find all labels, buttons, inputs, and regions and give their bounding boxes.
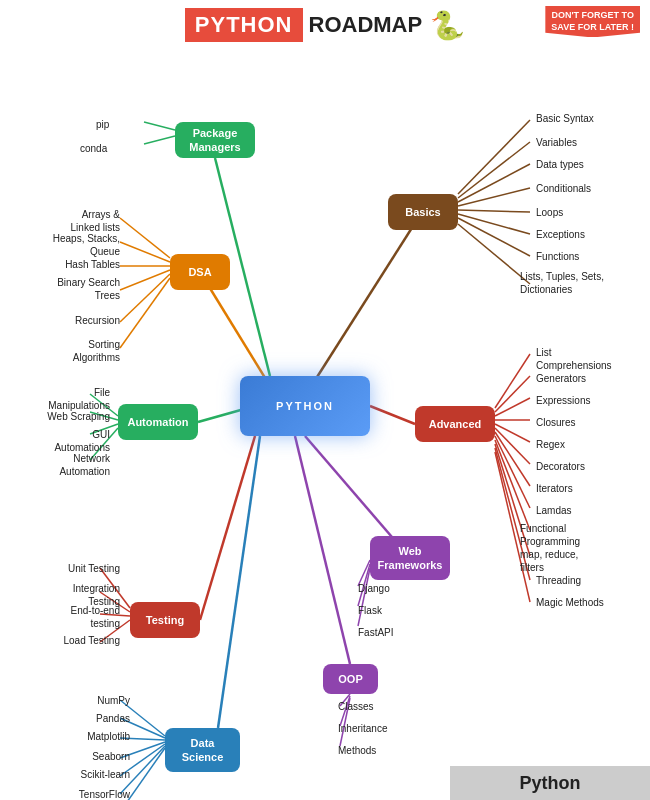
leaf-basic-syntax: Basic Syntax [536, 112, 594, 125]
leaf-data-types: Data types [536, 158, 584, 171]
leaf-methods: Methods [338, 744, 376, 757]
leaf-arrays: Arrays &Linked lists [10, 208, 120, 234]
leaf-hash-tables: Hash Tables [10, 258, 120, 271]
leaf-pip: pip [96, 118, 109, 131]
leaf-iterators: Iterators [536, 482, 573, 495]
python-badge: PYTHON [185, 8, 303, 42]
svg-line-10 [458, 142, 530, 198]
leaf-django: Django [358, 582, 390, 595]
leaf-sklearn: Scikit-learn [10, 768, 130, 781]
node-automation: Automation [118, 404, 198, 440]
svg-line-15 [458, 218, 530, 256]
save-badge: DON'T FORGET TOSAVE FOR LATER ! [545, 6, 640, 37]
node-testing: Testing [130, 602, 200, 638]
leaf-flask: Flask [358, 604, 382, 617]
leaf-variables: Variables [536, 136, 577, 149]
leaf-recursion: Recursion [10, 314, 120, 327]
leaf-sorting: SortingAlgorithms [10, 338, 120, 364]
svg-line-17 [120, 218, 170, 258]
leaf-functional: FunctionalProgramming [520, 522, 635, 548]
leaf-lamdas: Lamdas [536, 504, 572, 517]
svg-line-57 [144, 136, 175, 144]
leaf-conditionals: Conditionals [536, 182, 591, 195]
svg-line-20 [120, 270, 170, 290]
svg-line-27 [495, 354, 530, 408]
leaf-inheritance: Inheritance [338, 722, 387, 735]
svg-line-21 [120, 274, 170, 322]
leaf-functions: Functions [536, 250, 579, 263]
svg-line-31 [495, 424, 530, 442]
leaf-tensorflow: TensorFlow [10, 788, 130, 800]
svg-line-32 [495, 428, 530, 464]
svg-line-28 [495, 376, 530, 412]
svg-line-34 [495, 436, 530, 508]
leaf-e2e-testing: End-to-endtesting [10, 604, 120, 630]
leaf-fastapi: FastAPI [358, 626, 394, 639]
node-web-frameworks: WebFrameworks [370, 536, 450, 580]
svg-line-22 [120, 278, 170, 348]
node-advanced: Advanced [415, 406, 495, 442]
leaf-bst: Binary SearchTrees [10, 276, 120, 302]
leaf-network: NetworkAutomation [10, 452, 110, 478]
leaf-gui: GUIAutomations [10, 428, 110, 454]
svg-line-0 [305, 212, 422, 396]
leaf-loops: Loops [536, 206, 563, 219]
svg-line-9 [458, 120, 530, 194]
node-basics: Basics [388, 194, 458, 230]
leaf-magic: Magic Methods [536, 596, 604, 609]
leaf-numpy: NumPy [10, 694, 130, 707]
leaf-unit-testing: Unit Testing [10, 562, 120, 575]
leaf-threading: Threading [536, 574, 581, 587]
node-dsa: DSA [170, 254, 230, 290]
footer-bar: Python [450, 766, 650, 800]
roadmap-label: ROADMAP [309, 12, 423, 38]
leaf-matplotlib: Matplotlib [10, 730, 130, 743]
leaf-exceptions: Exceptions [536, 228, 585, 241]
leaf-classes: Classes [338, 700, 374, 713]
svg-line-41 [358, 568, 370, 626]
svg-line-3 [370, 406, 415, 424]
leaf-expressions: Expressions [536, 394, 590, 407]
center-node: PYTHON [240, 376, 370, 436]
svg-line-14 [458, 214, 530, 234]
leaf-pandas: Pandas [10, 712, 130, 725]
leaf-list-comp: ListComprehensions [536, 346, 646, 372]
snake-icon: 🐍 [430, 9, 465, 42]
header: PYTHON ROADMAP 🐍 DON'T FORGET TOSAVE FOR… [0, 0, 650, 46]
leaf-heaps: Heaps, Stacks,Queue [10, 232, 120, 258]
leaf-file-manip: FileManipulations [10, 386, 110, 412]
leaf-closures: Closures [536, 416, 575, 429]
svg-line-7 [218, 436, 260, 728]
node-oop: OOP [323, 664, 378, 694]
svg-line-33 [495, 432, 530, 486]
svg-line-11 [458, 164, 530, 202]
leaf-generators: Generators [536, 372, 586, 385]
leaf-web-scraping: Web Scraping [10, 410, 110, 423]
node-data-science: DataScience [165, 728, 240, 772]
leaf-regex: Regex [536, 438, 565, 451]
footer-label: Python [520, 773, 581, 794]
svg-line-56 [144, 122, 175, 130]
leaf-conda: conda [80, 142, 107, 155]
leaf-lists-tuples: Lists, Tuples, Sets,Dictionaries [520, 270, 640, 296]
svg-line-5 [200, 436, 255, 620]
leaf-map-reduce: map, reduce,filters [520, 548, 635, 574]
leaf-seaborn: Seaborn [10, 750, 130, 763]
diagram: PYTHON Basics DSA Automation Advanced We… [0, 46, 650, 800]
svg-line-29 [495, 398, 530, 416]
svg-line-12 [458, 188, 530, 206]
svg-line-13 [458, 210, 530, 212]
node-pkg-managers: PackageManagers [175, 122, 255, 158]
leaf-decorators: Decorators [536, 460, 585, 473]
leaf-load-testing: Load Testing [10, 634, 120, 647]
svg-line-6 [295, 436, 350, 664]
svg-line-18 [120, 242, 170, 262]
svg-line-35 [495, 440, 530, 530]
